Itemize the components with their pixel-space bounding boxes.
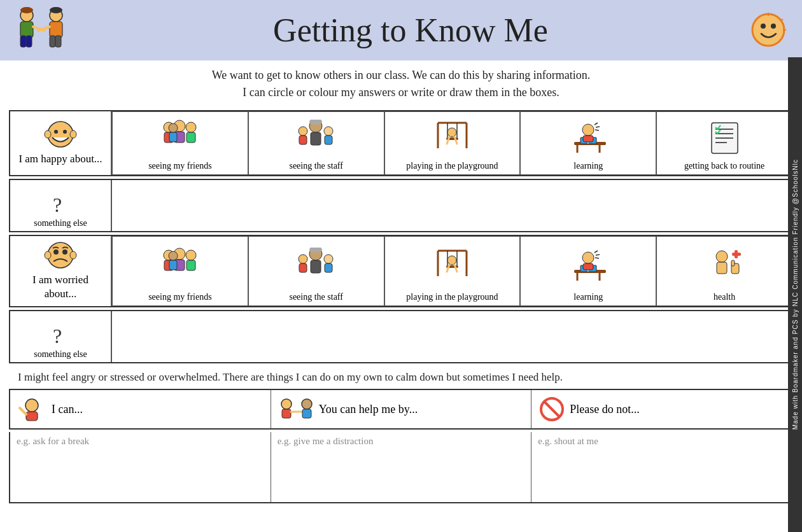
svg-rect-82 [325,263,332,272]
svg-point-27 [186,122,196,132]
side-text-content: Made with Boardmaker and PCS by NLC Comm… [792,159,799,430]
happy-friends-text: seeing my friends [148,161,212,172]
svg-rect-3 [20,36,26,47]
action-cell-you-can: You can help me by... [271,390,532,428]
svg-rect-37 [325,136,332,144]
svg-point-13 [761,24,766,29]
subtitle: We want to get to know others in our cla… [0,60,802,105]
happy-option-staff[interactable]: seeing the staff [248,111,384,175]
page-title: Getting to Know Me [70,11,751,49]
svg-point-19 [45,130,51,138]
worried-learning-text: learning [573,292,603,303]
worried-option-friends[interactable]: seeing my friends [112,236,248,306]
svg-point-18 [48,122,73,147]
header-right-icon [751,13,789,48]
something-else-label-2: something else [34,349,87,360]
something-else-row-2: ? something else [9,310,793,363]
svg-point-89 [447,256,456,265]
happy-label: I am happy about... [18,152,102,166]
svg-point-79 [299,255,307,263]
worried-friends-text: seeing my friends [148,292,212,303]
svg-line-100 [596,255,600,255]
please-do-not-input[interactable]: e.g. shout at me [531,432,792,502]
worried-option-staff[interactable]: seeing the staff [248,236,384,306]
svg-point-81 [324,255,333,263]
svg-rect-113 [282,409,291,418]
header-left-icon [13,6,70,54]
svg-rect-75 [169,260,177,270]
svg-point-97 [582,252,594,263]
svg-rect-2 [20,22,33,38]
svg-point-109 [25,399,38,412]
svg-point-12 [752,14,784,46]
please-do-not-example: e.g. shout at me [538,436,598,446]
worried-option-playground[interactable]: playing in the playground [384,236,521,306]
svg-point-65 [70,251,76,259]
svg-rect-8 [50,22,62,38]
happy-learning-text: learning [573,161,603,172]
happy-option-playground[interactable]: playing in the playground [384,111,521,175]
i-can-label: I can... [52,403,83,416]
svg-point-29 [169,123,178,132]
svg-rect-73 [186,260,195,270]
i-can-input[interactable]: e.g. ask for a break [10,432,271,502]
svg-line-56 [595,130,599,130]
svg-point-64 [45,251,51,259]
svg-rect-78 [311,260,321,273]
svg-rect-9 [50,36,55,47]
subtitle-line2: I can circle or colour my answers or wri… [25,84,777,101]
svg-rect-98 [583,263,593,270]
svg-point-7 [50,7,62,13]
svg-rect-10 [55,36,61,47]
svg-line-54 [594,123,598,125]
svg-point-102 [716,251,728,262]
happy-row: I am happy about... [9,110,793,176]
main-content: I am happy about... [0,105,802,511]
svg-rect-107 [731,260,735,266]
svg-point-34 [299,127,307,136]
svg-point-44 [447,128,456,137]
svg-point-20 [70,130,76,138]
worried-row: I am worried about... seeing my friends [9,235,793,307]
i-can-example: e.g. ask for a break [17,436,89,446]
svg-rect-30 [169,132,177,142]
subtitle-line1: We want to get to know others in our cla… [25,67,777,84]
svg-text:?: ? [53,194,62,216]
svg-point-1 [20,7,33,13]
happy-staff-text: seeing the staff [289,161,343,172]
svg-line-55 [596,127,600,127]
happy-option-friends[interactable]: seeing my friends [112,111,248,175]
svg-line-111 [20,408,26,414]
something-else-row-1: ? something else [9,179,793,232]
svg-rect-110 [26,412,38,421]
calm-text: I might feel angry or stressed or overwh… [9,366,793,386]
worried-label: I am worried about... [15,273,106,301]
something-else-cell-1: ? something else [10,180,112,231]
you-can-input[interactable]: e.g. give me a distraction [271,432,532,502]
svg-rect-35 [299,136,307,144]
svg-point-67 [62,249,67,255]
happy-option-routine[interactable]: getting back to routine [656,111,792,175]
you-can-label: You can help me by... [319,403,418,416]
worried-option-health[interactable]: health [656,236,792,306]
something-else-input-1[interactable] [112,180,792,231]
worried-playground-text: playing in the playground [406,292,498,303]
action-cell-please-do-not: Please do not... [531,390,792,428]
svg-rect-28 [186,132,195,143]
svg-rect-80 [299,263,307,272]
worried-staff-text: seeing the staff [289,292,343,303]
svg-point-22 [63,130,67,134]
you-can-example: e.g. give me a distraction [278,436,374,446]
svg-point-115 [302,399,312,409]
worried-option-learning[interactable]: learning [520,236,656,306]
svg-point-21 [54,130,58,134]
action-input-row: e.g. ask for a break e.g. give me a dist… [9,432,793,503]
svg-rect-105 [735,250,738,258]
happy-option-learning[interactable]: learning [520,111,656,175]
action-cell-i-can: I can... [10,390,271,428]
svg-point-36 [324,127,333,136]
svg-rect-33 [311,132,321,145]
svg-point-52 [582,124,594,136]
something-else-input-2[interactable] [112,311,792,362]
svg-point-112 [281,399,292,409]
